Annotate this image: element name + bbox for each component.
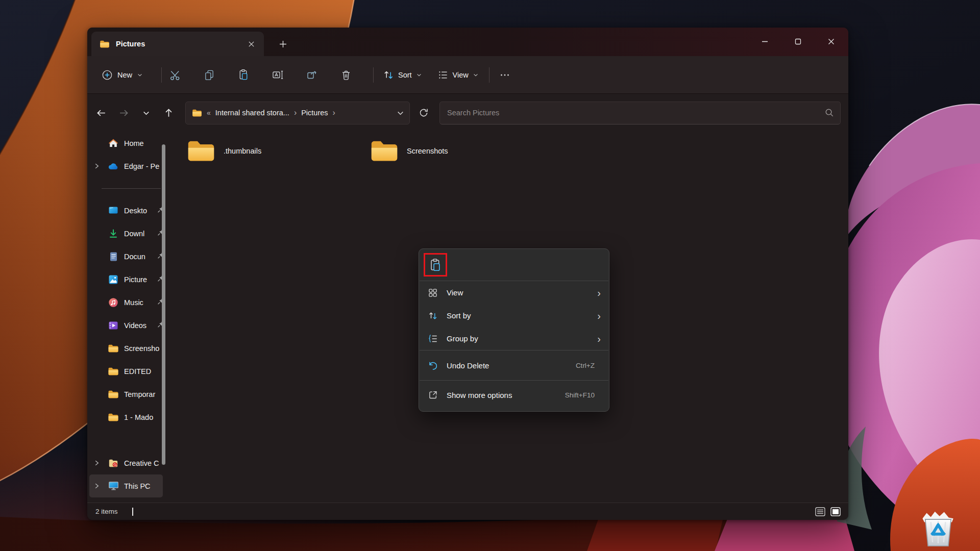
breadcrumb[interactable]: « Internal shared stora... › Pictures › (185, 102, 410, 124)
submenu-chevron-icon: › (597, 334, 601, 344)
sidebar-item-edited[interactable]: EDITED (87, 360, 166, 383)
sidebar-item-onedrive[interactable]: Edgar - Pe (87, 155, 166, 178)
close-window-button[interactable] (819, 32, 843, 51)
toolbar-divider (373, 67, 374, 83)
sidebar-item-videos[interactable]: Videos (87, 314, 166, 337)
tab-bar: Pictures (87, 28, 848, 56)
file-explorer-window: Pictures New (87, 28, 848, 520)
window-controls (753, 32, 843, 51)
folder-item-thumbnails[interactable]: .thumbnails (184, 137, 263, 165)
folder-name: Screenshots (407, 147, 448, 155)
copy-button[interactable] (197, 65, 222, 85)
tab-pictures[interactable]: Pictures (91, 32, 264, 56)
status-bar: 2 items (87, 503, 848, 520)
sidebar-item-downloads[interactable]: Downl (87, 222, 166, 245)
paste-button[interactable] (231, 65, 256, 85)
menu-item-show-more-options[interactable]: Show more options Shift+F10 (419, 381, 609, 409)
more-options-icon (499, 69, 510, 81)
copy-icon (204, 69, 215, 81)
search-input[interactable] (440, 102, 840, 124)
forward-button[interactable] (114, 103, 133, 122)
sidebar-item-temporary[interactable]: Temporar (87, 383, 166, 406)
breadcrumb-current[interactable]: Pictures (301, 109, 328, 117)
new-tab-button[interactable] (275, 36, 290, 52)
paste-menu-button[interactable] (429, 258, 443, 272)
minimize-icon (760, 36, 770, 47)
minimize-button[interactable] (753, 32, 777, 51)
back-button[interactable] (91, 103, 111, 122)
recent-locations-button[interactable] (136, 103, 156, 122)
sidebar-item-home[interactable]: Home (87, 132, 166, 155)
sidebar-item-1-mado[interactable]: 1 - Mado (87, 406, 166, 429)
cut-button[interactable] (163, 65, 187, 85)
new-icon (102, 69, 113, 81)
menu-item-undo-delete[interactable]: Undo Delete Ctrl+Z (419, 350, 609, 380)
cut-icon (169, 69, 181, 81)
sidebar-item-desktop[interactable]: Deskto (87, 199, 166, 222)
delete-button[interactable] (334, 65, 358, 85)
sidebar-item-screenshots[interactable]: Screensho (87, 337, 166, 360)
view-button[interactable]: View (431, 65, 485, 85)
details-view-button[interactable] (814, 506, 827, 518)
sidebar-item-pictures[interactable]: Picture (87, 268, 166, 291)
menu-item-group-by[interactable]: Group by › (419, 327, 609, 350)
videos-icon (108, 320, 119, 331)
sidebar-item-documents[interactable]: Docun (87, 245, 166, 268)
folder-item-screenshots[interactable]: Screenshots (368, 137, 450, 165)
breadcrumb-separator[interactable]: › (294, 108, 297, 117)
more-options-button[interactable] (494, 65, 516, 85)
plus-icon (279, 40, 287, 48)
pictures-icon (108, 274, 119, 285)
navigation-pane: Home Edgar - Pe Deskto Downl (87, 132, 166, 503)
sidebar-scrollbar[interactable] (162, 144, 165, 465)
sort-icon (427, 311, 439, 321)
text-cursor (132, 508, 133, 516)
folder-icon (100, 40, 110, 48)
folder-icon (108, 390, 119, 399)
paste-icon (238, 69, 250, 81)
chevron-right-icon (93, 483, 100, 489)
view-grid-icon (427, 288, 439, 298)
breadcrumb-separator[interactable]: › (333, 108, 335, 117)
sort-label: Sort (398, 71, 412, 79)
folder-icon (192, 109, 202, 117)
maximize-button[interactable] (786, 32, 810, 51)
sidebar-item-music[interactable]: Music (87, 291, 166, 314)
chevron-down-icon (142, 109, 150, 117)
chevron-down-icon (416, 72, 422, 78)
chevron-down-icon (137, 72, 143, 78)
new-button[interactable]: New (95, 65, 149, 85)
refresh-button[interactable] (414, 103, 433, 122)
tab-title: Pictures (116, 40, 243, 48)
up-button[interactable] (159, 103, 178, 122)
details-view-icon (815, 507, 826, 517)
share-button[interactable] (300, 65, 324, 85)
rename-button[interactable] (265, 65, 290, 85)
search-box (439, 102, 841, 124)
context-menu-icon-row (419, 249, 609, 281)
breadcrumb-root[interactable]: Internal shared stora... (215, 109, 289, 117)
chevron-right-icon (93, 163, 100, 169)
menu-item-view[interactable]: View › (419, 281, 609, 304)
sidebar-divider (87, 178, 166, 199)
item-count: 2 items (95, 508, 118, 515)
desktop-icon (108, 206, 119, 215)
address-dropdown-icon[interactable] (397, 109, 404, 117)
home-icon (108, 138, 119, 148)
forward-icon (118, 108, 129, 118)
close-tab-button[interactable] (243, 36, 259, 52)
toolbar-divider (161, 67, 162, 83)
submenu-chevron-icon: › (597, 288, 601, 298)
this-pc-icon (108, 481, 119, 491)
folder-icon (186, 139, 216, 163)
large-thumbnails-view-button[interactable] (829, 506, 842, 518)
menu-item-sort-by[interactable]: Sort by › (419, 304, 609, 327)
navigation-bar: « Internal shared stora... › Pictures › (87, 94, 848, 132)
sort-button[interactable]: Sort (377, 65, 428, 85)
recycle-bin-icon[interactable] (920, 509, 957, 548)
sidebar-item-creative-cloud[interactable]: Creative C (87, 452, 166, 474)
rename-icon (272, 69, 284, 81)
shortcut-label: Ctrl+Z (576, 362, 595, 369)
sidebar-item-this-pc[interactable]: This PC (89, 474, 163, 497)
breadcrumb-overflow[interactable]: « (207, 109, 211, 117)
